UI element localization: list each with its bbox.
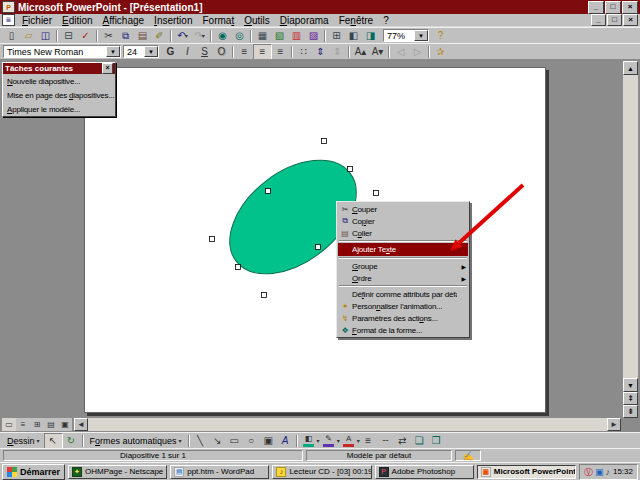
undo-icon[interactable]: ↶▾ <box>174 29 191 43</box>
decrease-paragraph-spacing-button[interactable]: ⇕ <box>329 45 346 59</box>
scroll-left-icon[interactable]: ◄ <box>74 418 88 431</box>
chevron-down-icon[interactable]: ▼ <box>414 30 428 41</box>
palette-title-bar[interactable]: Tâches courantes × <box>3 63 115 74</box>
common-tasks-button[interactable]: ✰ <box>432 45 449 59</box>
menu-diaporama[interactable]: Diaporama <box>275 15 334 26</box>
doc-minimize-button[interactable]: _ <box>591 14 606 26</box>
context-menu-item[interactable]: ▤Coller <box>338 227 468 239</box>
vertical-scrollbar[interactable]: ▲ ▼ ⇞ ⇟ <box>623 61 638 418</box>
scroll-up-icon[interactable]: ▲ <box>623 61 638 75</box>
align-center-button[interactable]: ≡ <box>253 44 272 60</box>
menu-outils[interactable]: Outils <box>239 15 275 26</box>
outline-view-button[interactable]: ≡ <box>16 418 30 431</box>
increase-paragraph-spacing-button[interactable]: ⇕ <box>312 45 329 59</box>
autoshapes-menu-button[interactable]: Formes automatiques ▾ <box>86 434 186 447</box>
select-pointer-icon[interactable]: ↖ <box>44 433 63 449</box>
vertical-scrollbar-track[interactable] <box>623 75 638 378</box>
taskbar-button[interactable]: ♪Lecteur CD - [03] 00:19 <box>272 465 371 479</box>
open-icon[interactable]: ▱ <box>20 29 37 43</box>
format-painter-icon[interactable]: ✐ <box>151 29 168 43</box>
insert-excel-icon[interactable]: ▧ <box>271 29 288 43</box>
restore-button[interactable]: □ <box>605 1 621 14</box>
insert-chart-icon[interactable]: ▥ <box>288 29 305 43</box>
underline-button[interactable]: S <box>196 45 213 59</box>
insert-clipart-icon[interactable]: ▨ <box>305 29 322 43</box>
rectangle-tool-icon[interactable]: ▭ <box>226 434 243 448</box>
line-style-icon[interactable]: ≡ <box>360 434 377 448</box>
print-icon[interactable]: ⊟ <box>60 29 77 43</box>
context-menu-item[interactable]: ↯Paramètres des actions... <box>338 312 468 324</box>
menu-fichier[interactable]: Fichier <box>17 15 57 26</box>
menu-affichage[interactable]: Affichage <box>98 15 150 26</box>
apply-design-icon[interactable]: ◨ <box>362 29 379 43</box>
scroll-down-icon[interactable]: ▼ <box>623 378 638 392</box>
save-icon[interactable]: ◫ <box>37 29 54 43</box>
wordart-tool-icon[interactable]: A <box>277 434 294 448</box>
align-left-button[interactable]: ≡ <box>236 45 253 59</box>
scroll-right-icon[interactable]: ► <box>607 418 621 431</box>
arrow-tool-icon[interactable]: ↘ <box>209 434 226 448</box>
chevron-down-icon[interactable]: ▼ <box>144 46 158 57</box>
demote-button[interactable]: ▷ <box>409 45 426 59</box>
palette-item[interactable]: Mise en page des diapositives... <box>3 88 115 102</box>
decrease-font-size-button[interactable]: A▾ <box>369 45 386 59</box>
bullets-button[interactable]: ∷ <box>295 45 312 59</box>
bold-button[interactable]: G <box>162 45 179 59</box>
font-name-combobox[interactable]: Times New Roman ▼ <box>3 45 121 58</box>
paste-icon[interactable]: ▤ <box>134 29 151 43</box>
volume-tray-icon[interactable]: ♪ <box>605 467 610 477</box>
context-menu-item[interactable]: Ordre▶ <box>338 272 468 284</box>
close-icon[interactable]: × <box>102 63 113 74</box>
context-menu-item[interactable]: ⧉Copier <box>338 215 468 227</box>
antivirus-tray-icon[interactable]: Ⓥ <box>584 467 593 477</box>
close-button[interactable]: × <box>622 1 638 14</box>
palette-item[interactable]: Nouvelle diapositive... <box>3 74 115 88</box>
menu-fenetre[interactable]: Fenêtre <box>334 15 378 26</box>
context-menu-item[interactable]: Définir comme attributs par défaut <box>338 288 468 300</box>
taskbar-button[interactable]: ✦OHMPage - Netscape <box>68 465 167 479</box>
context-menu-item[interactable]: Ajouter Texte <box>338 243 468 256</box>
font-size-combobox[interactable]: 24 ▼ <box>123 45 159 58</box>
shadow-button[interactable]: O <box>213 45 230 59</box>
slide-view-button[interactable]: ▭ <box>2 418 16 431</box>
dash-style-icon[interactable]: ╌ <box>377 434 394 448</box>
palette-item[interactable]: Appliquer le modèle... <box>3 102 115 116</box>
font-color-button[interactable]: A <box>340 434 358 448</box>
arrow-style-icon[interactable]: ⇄ <box>394 434 411 448</box>
3d-style-icon[interactable]: ❒ <box>428 434 445 448</box>
next-slide-button[interactable]: ⇟ <box>623 405 638 418</box>
free-rotate-icon[interactable]: ↻ <box>63 434 80 448</box>
cut-icon[interactable]: ✂ <box>100 29 117 43</box>
chevron-down-icon[interactable]: ▼ <box>106 46 120 57</box>
shadow-style-icon[interactable]: ❏ <box>411 434 428 448</box>
dessin-menu-button[interactable]: Dessin ▾ <box>3 434 44 447</box>
help-button[interactable]: ? <box>432 29 449 43</box>
doc-close-button[interactable]: × <box>623 14 638 26</box>
textbox-tool-icon[interactable]: ▣ <box>260 434 277 448</box>
new-icon[interactable]: ▯ <box>3 29 20 43</box>
menu-insertion[interactable]: Insertion <box>149 15 197 26</box>
zoom-combobox[interactable]: 77% ▼ <box>383 29 429 42</box>
increase-font-size-button[interactable]: A▴ <box>352 45 369 59</box>
spelling-icon[interactable]: ✓ <box>77 29 94 43</box>
menu-aide[interactable]: ? <box>378 15 394 26</box>
copy-icon[interactable]: ⧉ <box>117 29 134 43</box>
minimize-button[interactable]: _ <box>588 1 604 14</box>
web-toolbar-icon[interactable]: ◎ <box>231 29 248 43</box>
italic-button[interactable]: I <box>179 45 196 59</box>
align-right-button[interactable]: ≡ <box>272 45 289 59</box>
slide-canvas[interactable] <box>84 67 546 413</box>
slide-layout-icon[interactable]: ◧ <box>345 29 362 43</box>
presentation-icon[interactable]: ≣ <box>2 14 15 26</box>
insert-hyperlink-icon[interactable]: ◉ <box>214 29 231 43</box>
oval-tool-icon[interactable]: ○ <box>243 434 260 448</box>
line-tool-icon[interactable]: ╲ <box>192 434 209 448</box>
insert-table-icon[interactable]: ▦ <box>254 29 271 43</box>
new-slide-icon[interactable]: ⊞ <box>328 29 345 43</box>
slide-sorter-view-button[interactable]: ⊞ <box>30 418 44 431</box>
context-menu-item[interactable]: ❖Format de la forme... <box>338 324 468 336</box>
taskbar-button[interactable]: PAdobe Photoshop <box>375 465 474 479</box>
context-menu-item[interactable]: ✶Personnaliser l'animation... <box>338 300 468 312</box>
fill-color-button[interactable]: ◧ <box>300 434 318 448</box>
display-tray-icon[interactable]: ▣ <box>595 467 604 477</box>
